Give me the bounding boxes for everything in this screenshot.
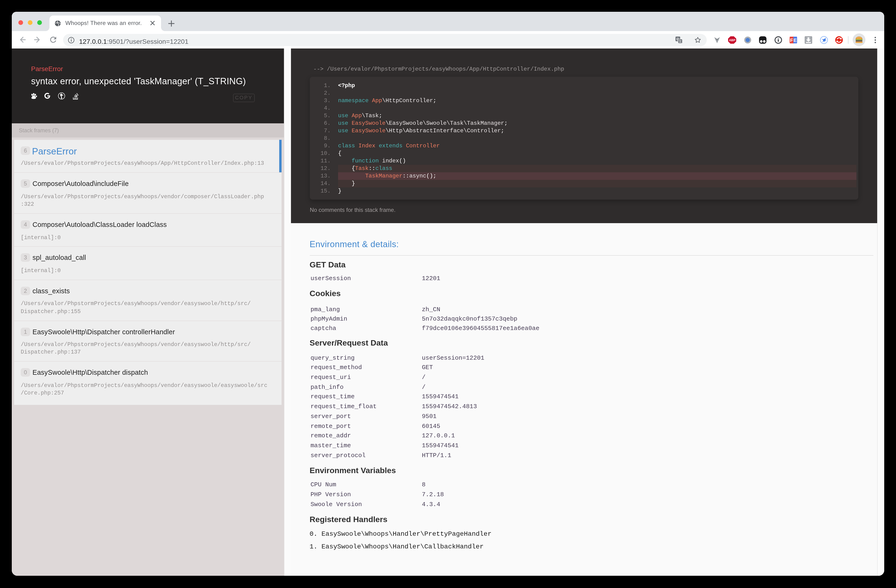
svg-text:文: 文 <box>678 40 682 43</box>
svg-text:F: F <box>790 38 792 43</box>
svg-text:ABP: ABP <box>729 39 736 42</box>
svg-text:E: E <box>793 38 797 43</box>
